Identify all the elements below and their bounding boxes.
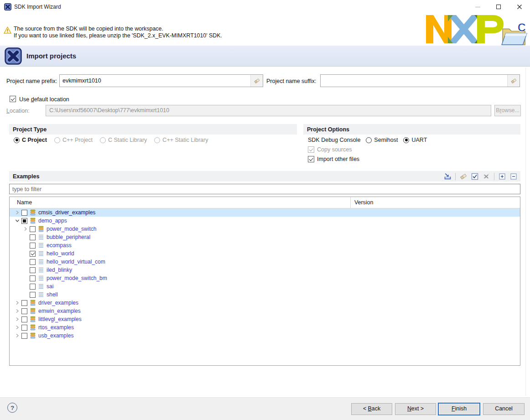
tree-item-checkbox[interactable] (21, 218, 27, 224)
radio-c-project[interactable]: C Project (14, 137, 47, 143)
chevron-down-icon[interactable] (13, 217, 21, 225)
tree-row[interactable]: sai (10, 282, 520, 290)
chevron-right-icon[interactable] (13, 323, 21, 332)
tree-item-label[interactable]: rtos_examples (38, 324, 74, 331)
chevron-right-icon[interactable] (13, 307, 21, 315)
tree-item-checkbox[interactable] (30, 259, 36, 265)
clear-selection-button[interactable] (459, 172, 468, 181)
tree-item-label[interactable]: ecompass (47, 242, 72, 249)
radio-cpp-static-library[interactable]: C++ Static Library (154, 137, 208, 143)
table-header: Name Version (10, 197, 520, 208)
tree-row[interactable]: littlevgl_examples (10, 315, 520, 323)
tree-item-checkbox[interactable] (30, 226, 36, 232)
svg-text:C: C (518, 22, 526, 34)
tree-item-checkbox[interactable] (21, 333, 27, 339)
tree-row[interactable]: rtos_examples (10, 323, 520, 332)
tree-item-checkbox[interactable] (21, 308, 27, 314)
chevron-placeholder (21, 282, 30, 290)
tree-item-checkbox[interactable] (30, 284, 36, 290)
tree-row[interactable]: driver_examples (10, 299, 520, 307)
example-item-icon (38, 275, 44, 281)
column-header-version[interactable]: Version (354, 199, 373, 206)
tree-item-label[interactable]: shell (47, 291, 58, 298)
tree-item-label[interactable]: cmsis_driver_examples (38, 209, 95, 216)
tree-row[interactable]: demo_apps (10, 217, 520, 225)
tree-item-label[interactable]: power_mode_switch_bm (47, 275, 107, 281)
cancel-button[interactable]: Cancel (483, 403, 525, 415)
tree-item-label[interactable]: power_mode_switch (47, 226, 96, 232)
use-default-location-label[interactable]: Use default location (19, 96, 69, 103)
import-other-files-label[interactable]: Import other files (317, 156, 359, 162)
radio-semihost[interactable]: Semihost (366, 137, 398, 143)
prefix-clear-button[interactable] (250, 75, 263, 87)
tree-item-checkbox[interactable] (21, 325, 27, 331)
tree-row[interactable]: iled_blinky (10, 266, 520, 274)
tree-item-label[interactable]: hello_world (47, 250, 74, 257)
tree-item-label[interactable]: demo_apps (38, 218, 67, 224)
tree-item-checkbox[interactable] (21, 316, 27, 322)
tree-row[interactable]: bubble_peripheral (10, 233, 520, 241)
next-button[interactable]: Next > (395, 403, 436, 415)
chevron-right-icon[interactable] (13, 332, 21, 340)
column-divider[interactable] (350, 197, 351, 208)
tree-item-checkbox[interactable] (30, 267, 36, 273)
tree-row[interactable]: cmsis_driver_examples (10, 208, 520, 217)
tree-row[interactable]: power_mode_switch (10, 225, 520, 233)
radio-icon (154, 137, 160, 143)
chevron-right-icon[interactable] (21, 225, 30, 233)
tree-item-checkbox[interactable] (30, 251, 36, 257)
select-all-button[interactable] (470, 172, 479, 181)
suffix-clear-button[interactable] (507, 75, 520, 87)
use-default-location-checkbox[interactable] (10, 96, 16, 102)
example-category-icon (38, 226, 44, 232)
tree-row[interactable]: hello_world_virtual_com (10, 258, 520, 266)
suffix-input[interactable] (321, 75, 507, 87)
tree-row[interactable]: ecompass (10, 241, 520, 249)
import-example-button[interactable] (443, 172, 452, 181)
expand-all-button[interactable] (498, 172, 507, 181)
tree-item-label[interactable]: hello_world_virtual_com (47, 259, 105, 265)
chevron-right-icon[interactable] (13, 315, 21, 323)
tree-item-label[interactable]: bubble_peripheral (47, 234, 90, 240)
finish-button[interactable]: Finish (438, 403, 480, 415)
example-item-icon (38, 291, 44, 298)
tree-item-checkbox[interactable] (30, 275, 36, 281)
radio-uart[interactable]: UART (403, 137, 427, 143)
tree-item-checkbox[interactable] (21, 300, 27, 306)
prefix-input[interactable] (60, 75, 250, 87)
tree-item-label[interactable]: driver_examples (38, 300, 78, 306)
tree-item-checkbox[interactable] (30, 243, 36, 249)
tree-row[interactable]: emwin_examples (10, 307, 520, 315)
deselect-all-button[interactable] (482, 172, 491, 181)
chevron-right-icon[interactable] (13, 208, 21, 217)
browse-button[interactable]: Browse... (494, 105, 521, 116)
tree-row[interactable]: usb_examples (10, 332, 520, 340)
maximize-button[interactable] (488, 0, 509, 14)
collapse-all-button[interactable] (509, 172, 518, 181)
tree-item-label[interactable]: emwin_examples (38, 308, 81, 314)
warning-icon (4, 26, 11, 34)
filter-input[interactable] (10, 184, 520, 194)
help-button[interactable]: ? (7, 403, 17, 413)
tree-item-checkbox[interactable] (30, 234, 36, 240)
tree-row[interactable]: power_mode_switch_bm (10, 274, 520, 282)
back-button[interactable]: < Back (351, 403, 392, 415)
tree-item-checkbox[interactable] (30, 292, 36, 298)
location-label: Location: (6, 108, 30, 114)
tree-row[interactable]: hello_world (10, 249, 520, 258)
window-title: SDK Import Wizard (14, 4, 61, 10)
chevron-right-icon[interactable] (13, 299, 21, 307)
close-button[interactable] (509, 0, 530, 14)
tree-item-label[interactable]: sai (47, 283, 53, 290)
minimize-icon (475, 7, 480, 7)
tree-item-label[interactable]: iled_blinky (47, 267, 72, 273)
column-header-name[interactable]: Name (17, 199, 32, 206)
import-other-files-checkbox[interactable] (308, 156, 314, 162)
tree-item-label[interactable]: littlevgl_examples (38, 316, 82, 322)
radio-c-static-library[interactable]: C Static Library (100, 137, 147, 143)
minimize-button[interactable] (467, 0, 488, 14)
tree-item-label[interactable]: usb_examples (38, 332, 73, 339)
tree-row[interactable]: shell (10, 290, 520, 299)
tree-item-checkbox[interactable] (21, 210, 27, 216)
radio-cpp-project[interactable]: C++ Project (54, 137, 93, 143)
